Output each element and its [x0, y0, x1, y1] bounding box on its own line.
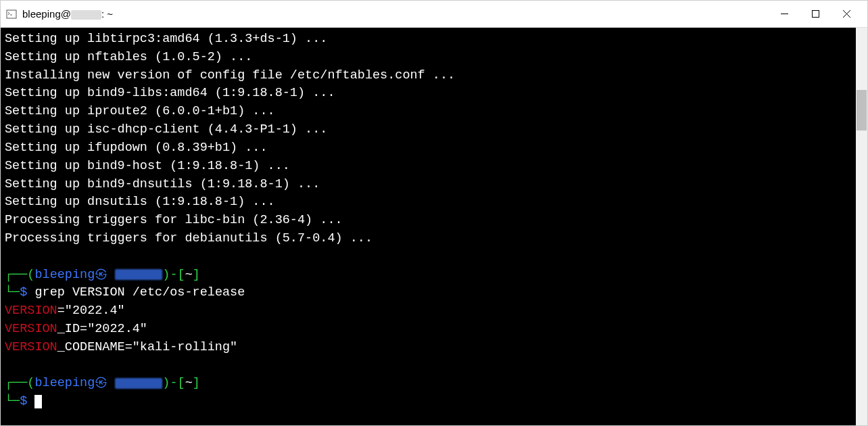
grep-rest: _ID="2022.4" — [57, 322, 147, 336]
prompt-line-2-bottom: └─ — [5, 394, 20, 408]
output-line: Setting up nftables (1.0.5-2) ... — [5, 50, 252, 64]
scrollbar[interactable] — [856, 28, 867, 425]
prompt-bracket-close: ] — [193, 376, 200, 390]
prompt-bracket: )-[ — [162, 268, 185, 282]
svg-rect-3 — [812, 11, 819, 18]
prompt-spacer — [107, 376, 115, 390]
output-line: Setting up isc-dhcp-client (4.4.3-P1-1) … — [5, 122, 327, 137]
output-line: Processing triggers for debianutils (5.7… — [5, 231, 372, 245]
output-line: Processing triggers for libc-bin (2.36-4… — [5, 213, 343, 227]
output-line: Setting up bind9-host (1:9.18.8-1) ... — [5, 159, 290, 173]
scrollbar-thumb[interactable] — [857, 90, 867, 131]
window-controls — [769, 3, 862, 25]
prompt-line-1-bottom: └─ — [5, 285, 20, 300]
prompt-symbol: $ — [20, 394, 27, 408]
prompt-host-redacted — [115, 378, 162, 389]
grep-rest: _CODENAME="kali-rolling" — [57, 340, 237, 354]
minimize-button[interactable] — [769, 3, 800, 25]
prompt-host-redacted — [115, 269, 162, 280]
prompt-line-1-top: ┌──( — [5, 268, 34, 282]
output-line: Setting up bind9-dnsutils (1:9.18.8-1) .… — [5, 177, 320, 191]
output-line: Setting up bind9-libs:amd64 (1:9.18.8-1)… — [5, 86, 335, 100]
prompt-spacer — [107, 268, 115, 282]
cursor — [34, 395, 42, 408]
prompt-separator: ㉿ — [95, 268, 107, 282]
grep-rest: ="2022.4" — [57, 304, 125, 318]
close-button[interactable] — [831, 3, 862, 25]
output-line: Setting up libtirpc3:amd64 (1.3.3+ds-1) … — [5, 32, 327, 46]
prompt-line-2-top: ┌──( — [5, 376, 34, 390]
prompt-path: ~ — [185, 376, 193, 390]
output-line: Setting up dnsutils (1:9.18.8-1) ... — [5, 195, 275, 209]
prompt-user: bleeping — [34, 268, 95, 282]
maximize-button[interactable] — [800, 3, 831, 25]
grep-match: VERSION — [5, 340, 57, 354]
title-path: : ~ — [101, 8, 113, 20]
grep-match: VERSION — [5, 304, 57, 318]
output-line: Setting up iproute2 (6.0.0-1+b1) ... — [5, 104, 275, 118]
prompt-user: bleeping — [34, 376, 95, 390]
title-user: bleeping@ — [22, 8, 71, 20]
prompt-bracket-close: ] — [193, 268, 200, 282]
terminal-area: Setting up libtirpc3:amd64 (1.3.3+ds-1) … — [1, 28, 867, 425]
output-line: Setting up ifupdown (0.8.39+b1) ... — [5, 141, 268, 155]
title-host-redacted — [71, 10, 101, 20]
prompt-path: ~ — [185, 268, 193, 282]
prompt-bracket: )-[ — [162, 376, 185, 390]
terminal-icon — [6, 9, 17, 20]
prompt-symbol: $ — [20, 285, 27, 300]
window-title: bleeping@: ~ — [22, 8, 769, 20]
prompt-separator: ㉿ — [95, 376, 107, 390]
terminal-window: bleeping@: ~ Setting up libtirpc3:amd64 … — [0, 0, 868, 426]
grep-match: VERSION — [5, 322, 57, 336]
output-line: Installing new version of config file /e… — [5, 68, 455, 82]
svg-rect-0 — [7, 10, 16, 18]
command-text: grep VERSION /etc/os-release — [34, 285, 245, 300]
titlebar[interactable]: bleeping@: ~ — [1, 1, 867, 28]
terminal-content[interactable]: Setting up libtirpc3:amd64 (1.3.3+ds-1) … — [1, 28, 856, 425]
